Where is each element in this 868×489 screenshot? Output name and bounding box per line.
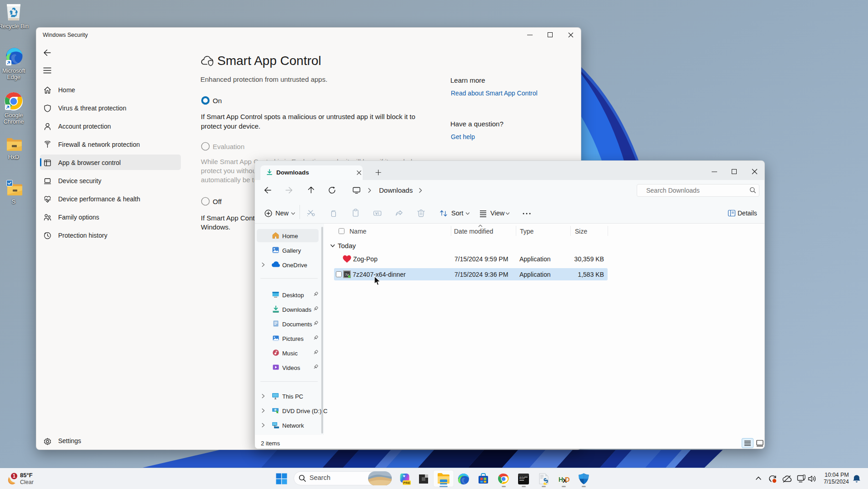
svg-text:PRE: PRE (403, 481, 410, 485)
svg-text:1: 1 (13, 473, 15, 479)
svg-text:D: D (565, 475, 570, 483)
svg-text:DIV: DIV (519, 477, 525, 480)
